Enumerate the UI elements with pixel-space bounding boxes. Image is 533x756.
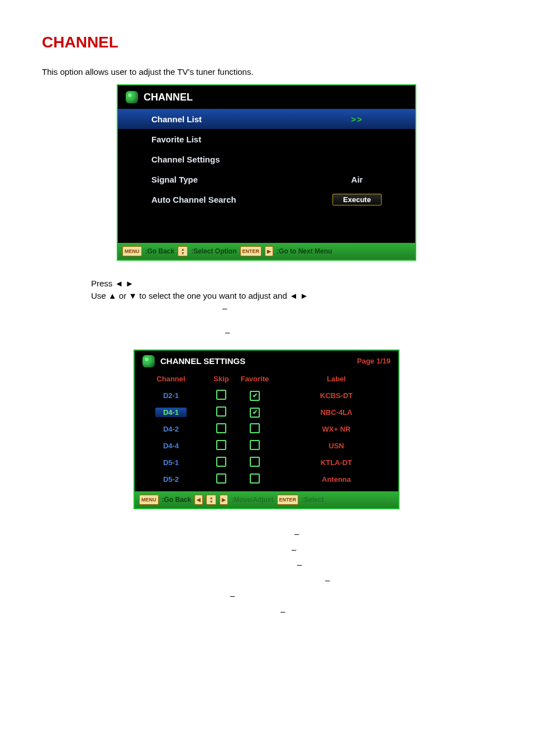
checkbox-icon [216,406,226,417]
intro-text: This option allows user to adjust the TV… [42,67,491,76]
table-header-row: Channel Skip Favorite Label [135,371,398,387]
cell-favorite[interactable] [235,440,274,452]
footer-go-back: :Go Back [162,496,192,504]
cell-favorite[interactable]: ✔ [235,408,274,418]
table-row[interactable]: D5-1KTLA-DT [135,454,398,471]
checkbox-icon [216,457,226,467]
cell-channel: D2-1 [135,391,207,400]
enter-key-icon: ENTER [240,246,262,256]
definition-dash: – [280,606,285,616]
cell-label: KCBS-DT [274,391,398,400]
channel-settings-table: Channel Skip Favorite Label D2-1✔KCBS-DT… [135,370,398,491]
instruction-line1-prefix: Press [91,279,115,288]
table-row[interactable]: D5-2Antenna [135,471,398,488]
tv-logo-icon [126,91,138,103]
footer-go-next: :Go to Next Menu [277,247,332,255]
cell-label: NBC-4LA [274,408,398,417]
checkbox-icon [216,440,226,450]
instruction-dash: – [225,327,230,337]
channel-settings-title-bar: CHANNEL SETTINGS Page 1/19 [135,351,398,370]
enter-key-icon: ENTER [277,495,299,505]
cell-favorite[interactable] [235,457,274,468]
table-row[interactable]: D4-4USN [135,438,398,454]
footer-select: :Select [302,496,323,504]
execute-button[interactable]: Execute [332,194,382,205]
cell-skip[interactable] [207,390,235,401]
instruction-line1-arrows: ◄ ► [115,279,134,288]
menu-item-label: Favorite List [151,135,307,144]
channel-settings-pager: Page 1/19 [357,357,391,365]
instruction-block: Press ◄ ► Use ▲ or ▼ to select the one y… [91,277,491,338]
menu-item-value: Air [307,175,407,184]
menu-item-label: Channel List [151,114,307,124]
footer-go-back: :Go Back [145,247,175,255]
checkbox-icon [216,390,226,400]
table-row[interactable]: D4-1✔NBC-4LA [135,404,398,421]
right-key-icon: ▶ [265,246,273,256]
menu-item[interactable]: Auto Channel SearchExecute [118,189,415,209]
cell-channel: D5-1 [135,458,207,467]
cell-channel: D4-4 [135,442,207,450]
menu-item-label: Auto Channel Search [151,195,307,204]
cell-label: USN [274,442,398,450]
channel-menu-title-bar: CHANNEL [118,85,415,107]
cell-favorite[interactable]: ✔ [235,391,274,401]
cell-favorite[interactable] [235,473,274,485]
page-heading: CHANNEL [42,34,491,51]
left-key-icon: ◀ [194,495,203,505]
cell-skip[interactable] [207,473,235,485]
cell-label: Antenna [274,475,398,484]
definition-dash: – [297,559,302,569]
header-label: Label [274,375,398,383]
footer-move-text: :Move/Adjust [231,496,273,504]
channel-settings-footer: MENU :Go Back ◀ ▲▼ ▶ :Move/Adjust ENTER … [135,491,398,508]
cell-skip[interactable] [207,457,235,468]
checkbox-icon [250,440,260,450]
instruction-dash: – [222,303,227,313]
definition-dash: – [294,529,299,538]
menu-key-icon: MENU [122,246,142,256]
menu-item-label: Signal Type [151,175,307,184]
menu-item-value: Execute [307,194,407,205]
cell-skip[interactable] [207,440,235,452]
menu-key-icon: MENU [139,495,159,505]
checkbox-icon [250,457,260,467]
cell-label: KTLA-DT [274,458,398,467]
definition-dash: – [325,575,330,585]
arrows-key-icon: ▲▼ [178,246,188,256]
cell-channel: D4-2 [135,425,207,433]
cell-favorite[interactable] [235,423,274,435]
checkbox-icon [216,423,226,433]
cell-label: WX+ NR [274,425,398,433]
footer-select-option: :Select Option [191,247,236,255]
channel-settings-screenshot: CHANNEL SETTINGS Page 1/19 Channel Skip … [134,350,399,509]
definitions-block: –––––– [104,526,491,619]
header-favorite: Favorite [235,375,274,383]
checkbox-icon: ✔ [250,408,260,418]
arrows-key-icon: ▲▼ [206,495,216,505]
channel-menu-title: CHANNEL [144,92,193,103]
menu-item[interactable]: Signal TypeAir [118,169,415,189]
definition-dash: – [292,544,296,554]
arrows-icon: >> [351,114,363,124]
cell-channel: D4-1 [135,408,207,417]
checkbox-icon [250,473,260,484]
checkbox-icon [250,423,260,433]
menu-item[interactable]: Channel Settings [118,149,415,169]
channel-menu-screenshot: CHANNEL Channel List>>Favorite ListChann… [117,84,416,261]
channel-menu-list: Channel List>>Favorite ListChannel Setti… [118,107,415,243]
instruction-line2-prefix: Use ▲ or ▼ to select the one you want to… [91,291,289,300]
menu-item[interactable]: Favorite List [118,129,415,149]
definition-dash: – [230,591,235,600]
table-row[interactable]: D4-2WX+ NR [135,421,398,438]
cell-skip[interactable] [207,406,235,418]
table-row[interactable]: D2-1✔KCBS-DT [135,387,398,404]
checkbox-icon [216,473,226,484]
instruction-line2-arrows: ◄ ► [289,291,308,300]
menu-item-label: Channel Settings [151,155,307,164]
header-skip: Skip [207,375,235,383]
right-key-icon: ▶ [220,495,228,505]
menu-item[interactable]: Channel List>> [118,109,415,129]
cell-skip[interactable] [207,423,235,435]
tv-logo-icon [142,355,155,367]
